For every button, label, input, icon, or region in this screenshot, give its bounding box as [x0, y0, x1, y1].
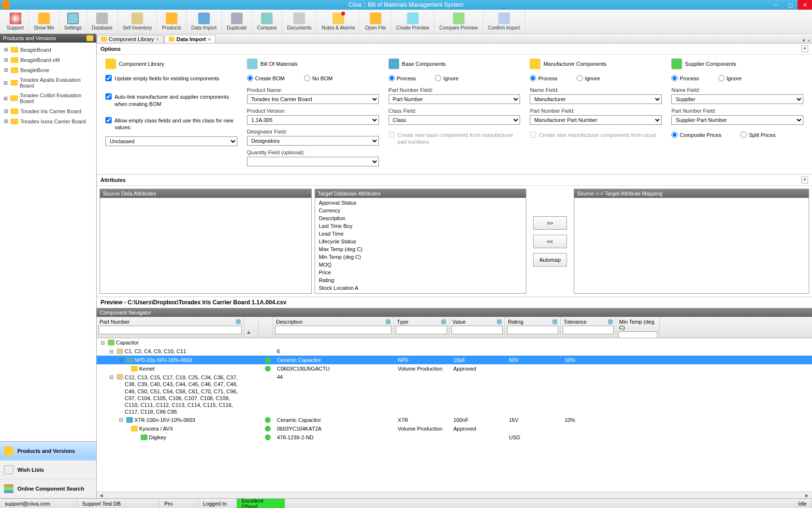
unmap-button[interactable]: <<: [533, 235, 567, 248]
close-tab-icon[interactable]: ×: [156, 36, 159, 42]
mapping-list[interactable]: [574, 198, 809, 293]
confirm-import-button[interactable]: Confirm Import: [483, 11, 525, 32]
attribute-item[interactable]: Approval Status: [316, 199, 525, 207]
mfr-name-select[interactable]: Manufacturer: [530, 94, 662, 104]
compare-button[interactable]: Compare: [252, 11, 282, 32]
attribute-item[interactable]: Max Temp (deg C): [316, 245, 525, 253]
split-prices-radio[interactable]: [740, 132, 747, 138]
base-partnumber-select[interactable]: Part Number: [389, 94, 521, 104]
source-attributes-list[interactable]: [100, 198, 311, 293]
type-filter-input[interactable]: [396, 326, 447, 334]
preview-grid[interactable]: ⊟Capacitor ⊟C1, C2, C4, C9, C10, C11 6 ⊟…: [97, 338, 812, 492]
data-import-button[interactable]: Data Import: [187, 11, 222, 32]
no-bom-radio[interactable]: [304, 75, 310, 81]
attribute-item[interactable]: Min Temp (deg C): [316, 253, 525, 261]
table-row-selected[interactable]: ⊟NP0-10p-50V-10%-0603 Ceramic Capacitor …: [97, 356, 812, 364]
product-version-select[interactable]: 1.1A.005: [247, 115, 379, 125]
tolerance-filter-input[interactable]: [563, 326, 614, 334]
expand-icon[interactable]: ⊞: [3, 67, 9, 73]
create-bom-radio[interactable]: [247, 75, 253, 81]
attribute-item[interactable]: Lead Time: [316, 230, 525, 238]
show-me-button[interactable]: Show Me: [29, 11, 59, 32]
expand-icon[interactable]: ⊞: [3, 57, 9, 63]
mfr-process-radio[interactable]: [530, 75, 536, 81]
attribute-item[interactable]: Currency: [316, 207, 525, 214]
settings-button[interactable]: Settings: [59, 11, 87, 32]
table-row[interactable]: Kyocera / AVX 0603YC104KAT2A Volume Prod…: [97, 424, 812, 433]
sidebar-nav-item[interactable]: Wish Lists: [0, 461, 96, 479]
partnumber-filter-input[interactable]: [99, 326, 242, 334]
sidebar-nav-item[interactable]: Products and Versions: [0, 442, 96, 461]
class-select[interactable]: Unclassed: [105, 136, 237, 146]
database-button[interactable]: Database: [87, 11, 118, 32]
sup-ignore-radio[interactable]: [718, 75, 725, 81]
filter-icon[interactable]: [608, 319, 613, 324]
collapse-attributes-button[interactable]: ^: [801, 177, 808, 183]
sell-inventory-button[interactable]: Sell Inventory: [118, 11, 158, 32]
attribute-item[interactable]: Description: [316, 214, 525, 222]
quantity-select[interactable]: [247, 157, 379, 166]
compare-preview-button[interactable]: Compare Preview: [435, 11, 483, 32]
expand-icon[interactable]: ⊞: [3, 80, 9, 86]
table-row[interactable]: Digikey 478-1239-2-ND USD: [97, 433, 812, 442]
sup-name-select[interactable]: Supplier: [671, 94, 803, 104]
attribute-item[interactable]: Last Time Buy: [316, 222, 525, 230]
close-tab-icon[interactable]: ×: [208, 36, 211, 42]
sidebar-nav-item[interactable]: Online Component Search: [0, 479, 96, 498]
attribute-item[interactable]: MOQ: [316, 261, 525, 269]
product-name-select[interactable]: Toradex Iris Carrier Board: [247, 94, 379, 104]
maximize-button[interactable]: ▢: [783, 0, 798, 10]
products-button[interactable]: Products: [157, 11, 186, 32]
rating-filter-input[interactable]: [507, 326, 558, 334]
tree-item[interactable]: ⊞Toradex Colibri Evaluation Board: [1, 90, 95, 106]
table-row[interactable]: ⊟C1, C2, C4, C9, C10, C11 6: [97, 347, 812, 356]
collapse-options-button[interactable]: ^: [801, 45, 808, 52]
expand-icon[interactable]: ⊞: [3, 95, 8, 102]
tab-component-library[interactable]: Component Library×: [97, 35, 163, 43]
documents-button[interactable]: Documents: [282, 11, 317, 32]
close-all-icon[interactable]: ×: [808, 38, 810, 43]
description-filter-input[interactable]: [275, 326, 392, 334]
close-button[interactable]: ✕: [798, 0, 812, 10]
filter-icon[interactable]: [236, 319, 241, 324]
table-row[interactable]: ⊟C12, C13, C15, C17, C19, C25, C34, C36,…: [97, 373, 812, 416]
composite-prices-radio[interactable]: [671, 132, 678, 138]
tree-item[interactable]: ⊞BeagleBoard: [1, 45, 95, 55]
allow-empty-checkbox[interactable]: [105, 117, 112, 123]
expand-icon[interactable]: ⊞: [3, 46, 9, 53]
value-filter-input[interactable]: [451, 326, 503, 334]
base-createnew-checkbox[interactable]: [389, 132, 395, 138]
base-ignore-radio[interactable]: [435, 75, 441, 81]
table-row[interactable]: ⊟X7R-100n-16V-10%-0603 Ceramic Capacitor…: [97, 416, 812, 424]
mfr-ignore-radio[interactable]: [577, 75, 583, 81]
automap-button[interactable]: Automap: [533, 253, 567, 267]
filter-icon[interactable]: [386, 319, 391, 324]
tree-item[interactable]: ⊞Toradex Apalis Evaluation Board: [1, 75, 95, 90]
dropdown-icon[interactable]: ▼: [802, 38, 806, 43]
expand-icon[interactable]: ⊞: [3, 118, 9, 124]
notes-alarms-button[interactable]: Notes & Alarms: [317, 11, 360, 32]
minimize-button[interactable]: ─: [768, 0, 783, 10]
open-file-button[interactable]: Open File: [360, 11, 391, 32]
designator-select[interactable]: Designators: [247, 136, 379, 146]
tree-item[interactable]: ⊞Toradex Iris Carrier Board: [1, 106, 95, 116]
map-button[interactable]: >>: [533, 216, 567, 230]
duplicate-button[interactable]: Duplicate: [222, 11, 252, 32]
support-button[interactable]: Support: [2, 11, 29, 32]
filter-icon[interactable]: [441, 319, 446, 324]
up-arrow-icon[interactable]: ▲: [246, 329, 256, 335]
table-row[interactable]: ⊟Capacitor: [97, 338, 812, 347]
attribute-item[interactable]: Price: [316, 269, 525, 276]
attribute-item[interactable]: Rating: [316, 276, 525, 284]
update-empty-checkbox[interactable]: [105, 75, 112, 81]
mfr-createnew-checkbox[interactable]: [530, 132, 536, 138]
filter-icon[interactable]: [552, 319, 557, 324]
attribute-item[interactable]: Stock Location A: [316, 284, 525, 292]
mfr-partnumber-select[interactable]: Manufacturer Part Number: [530, 115, 662, 125]
create-preview-button[interactable]: Create Preview: [392, 11, 435, 32]
attribute-item[interactable]: Lifecycle Status: [316, 238, 525, 245]
tab-data-import[interactable]: Data Import×: [164, 35, 216, 43]
table-row[interactable]: Kemet C0603C100J5GACTU Volume Production…: [97, 364, 812, 373]
mintemp-filter-input[interactable]: [618, 331, 657, 338]
sup-process-radio[interactable]: [671, 75, 678, 81]
